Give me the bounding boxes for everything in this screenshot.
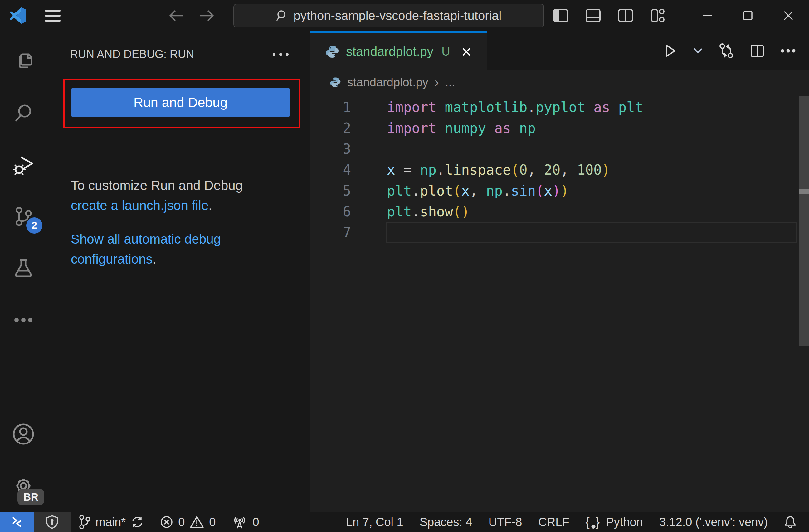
title-bar-center: python-sample-vscode-fastapi-tutorial [168, 4, 544, 28]
git-branch-item[interactable]: main* [70, 512, 152, 532]
toggle-panel-icon[interactable] [585, 7, 601, 24]
ports-item[interactable]: 0 [224, 512, 267, 532]
current-line-highlight [386, 222, 797, 243]
encoding-item[interactable]: UTF-8 [480, 512, 530, 532]
problems-item[interactable]: 0 0 [152, 512, 224, 532]
code-text: plt.show() [387, 201, 469, 222]
forward-icon[interactable] [198, 8, 215, 23]
run-and-debug-icon [13, 154, 34, 175]
editor-toolbar [663, 32, 809, 70]
show-debug-configurations-link[interactable]: Show all automatic debug configurations [71, 232, 221, 266]
bell-icon [784, 515, 796, 529]
errors-icon [160, 515, 173, 529]
automatic-configs-hint: Show all automatic debug configurations. [71, 229, 250, 269]
code-line-5[interactable]: 5plt.plot(x, np.sin(x)) [310, 180, 809, 201]
notifications-item[interactable] [776, 512, 805, 532]
breadcrumb-more[interactable]: ... [445, 76, 455, 89]
python-interpreter-item[interactable]: 3.12.0 ('.venv': venv) [651, 512, 776, 532]
code-line-3[interactable]: 3 [310, 139, 809, 159]
code-line-7[interactable]: 7 [310, 222, 809, 243]
git-branch-icon [79, 515, 90, 529]
scrollbar-cursor-marker [799, 189, 809, 194]
warnings-icon [190, 515, 204, 529]
hint-text: To customize Run and Debug [71, 178, 243, 193]
eol-item[interactable]: CRLF [530, 512, 577, 532]
vscode-window: python-sample-vscode-fastapi-tutorial [0, 0, 809, 532]
line-number: 6 [310, 201, 351, 222]
back-icon[interactable] [168, 8, 185, 23]
line-number: 4 [310, 159, 351, 180]
sidebar-item-testing[interactable] [0, 242, 47, 294]
remote-icon [10, 515, 23, 529]
code-area: 1import matplotlib.pyplot as plt2import … [310, 97, 809, 243]
explorer-files-icon [13, 51, 33, 71]
close-icon[interactable] [782, 10, 795, 22]
menu-icon[interactable] [45, 10, 61, 21]
sidebar-item-explorer[interactable] [0, 35, 47, 87]
line-number: 1 [310, 97, 351, 118]
search-box[interactable]: python-sample-vscode-fastapi-tutorial [234, 4, 544, 28]
code-line-4[interactable]: 4x = np.linspace(0, 20, 100) [310, 159, 809, 180]
sidebar-item-search[interactable] [0, 87, 47, 139]
line-number: 3 [310, 139, 351, 159]
braces-icon: { } [586, 515, 601, 529]
toggle-secondary-sidebar-icon[interactable] [617, 7, 634, 24]
breadcrumb-file[interactable]: standardplot.py [347, 76, 428, 89]
search-value: python-sample-vscode-fastapi-tutorial [294, 9, 502, 23]
account-button[interactable] [0, 408, 47, 460]
window-controls [701, 10, 795, 22]
run-options-chevron-icon[interactable] [693, 48, 703, 54]
open-changes-icon[interactable] [719, 43, 734, 59]
line-number: 2 [310, 118, 351, 139]
tab-label: standardplot.py [346, 44, 433, 59]
sidebar-header: RUN AND DEBUG: RUN [48, 32, 310, 61]
editor-scrollbar[interactable] [799, 96, 809, 347]
more-views-icon [13, 317, 33, 322]
code-lines: 1import matplotlib.pyplot as plt2import … [310, 97, 809, 243]
radio-tower-icon [232, 515, 247, 529]
editor-more-actions-icon[interactable] [780, 49, 796, 53]
breadcrumb[interactable]: standardplot.py › ... [310, 70, 809, 94]
maximize-icon[interactable] [742, 10, 754, 22]
code-text: plt.plot(x, np.sin(x)) [387, 180, 569, 201]
indentation-item[interactable]: Spaces: 4 [412, 512, 480, 532]
activity-bar: 2 [0, 32, 48, 512]
customize-layout-icon[interactable] [650, 7, 666, 24]
editor-group: standardplot.py U [310, 32, 809, 512]
tab-close-icon[interactable] [461, 46, 472, 57]
line-number: 7 [310, 222, 351, 243]
run-python-file-icon[interactable] [663, 44, 677, 58]
views-more-actions-icon[interactable] [270, 50, 292, 59]
customize-hint: To customize Run and Debug create a laun… [71, 176, 250, 215]
remote-indicator[interactable] [0, 512, 34, 532]
search-icon [276, 10, 288, 21]
settings-button[interactable]: BR [0, 460, 47, 512]
title-bar-left [0, 7, 158, 24]
status-bar: main* 0 0 [0, 512, 809, 532]
code-line-6[interactable]: 6plt.show() [310, 201, 809, 222]
tab-standardplot-py[interactable]: standardplot.py U [310, 32, 487, 70]
breadcrumb-chevron-icon: › [435, 75, 439, 90]
testing-flask-icon [13, 258, 33, 278]
code-line-2[interactable]: 2import numpy as np [310, 118, 809, 139]
run-and-debug-button[interactable]: Run and Debug [71, 88, 290, 117]
vscode-logo-icon [9, 7, 26, 24]
code-line-1[interactable]: 1import matplotlib.pyplot as plt [310, 97, 809, 118]
branch-name: main* [96, 515, 126, 529]
workspace-trust-item[interactable] [34, 512, 70, 532]
line-number: 5 [310, 180, 351, 201]
toggle-primary-sidebar-icon[interactable] [553, 7, 569, 24]
sync-icon [131, 515, 144, 529]
nav-arrows [168, 8, 215, 23]
title-bar: python-sample-vscode-fastapi-tutorial [0, 0, 809, 32]
create-launch-json-link[interactable]: create a launch.json file [71, 198, 208, 213]
minimize-icon[interactable] [701, 10, 713, 22]
code-text: import numpy as np [387, 118, 536, 139]
sidebar-item-run-and-debug[interactable] [0, 139, 47, 191]
sidebar-item-source-control[interactable]: 2 [0, 191, 47, 242]
sidebar-item-more[interactable] [0, 294, 47, 346]
warning-count: 0 [209, 515, 216, 529]
split-editor-icon[interactable] [750, 43, 765, 58]
language-mode-item[interactable]: { } Python [578, 512, 651, 532]
cursor-position-item[interactable]: Ln 7, Col 1 [338, 512, 412, 532]
